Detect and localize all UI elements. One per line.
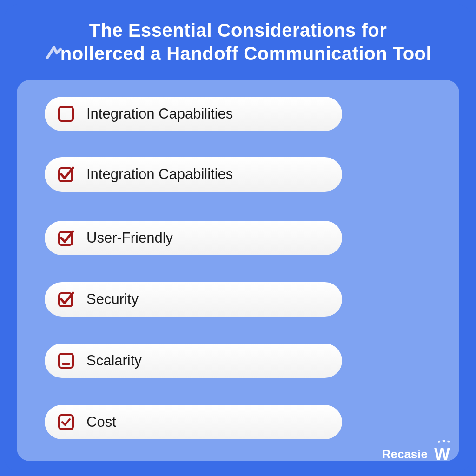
title-line-1: The Essential Considerations for xyxy=(89,20,387,40)
svg-rect-4 xyxy=(59,354,73,368)
svg-rect-6 xyxy=(59,415,73,429)
checklist-item: Integration Capabilities xyxy=(45,157,342,192)
checkbox-minus-icon[interactable] xyxy=(58,352,74,369)
title-decorative-icon xyxy=(45,44,63,62)
brand-footer: Recasie W xyxy=(382,444,450,464)
checklist-item-label: User-Friendly xyxy=(86,230,173,246)
checkbox-checked-icon[interactable] xyxy=(58,291,74,308)
brand-name: Recasie xyxy=(382,447,428,462)
checklist-item-label: Cost xyxy=(86,414,116,430)
page-title: The Essential Considerations for nollerc… xyxy=(4,4,472,74)
checkbox-checked-icon[interactable] xyxy=(58,414,74,430)
svg-rect-0 xyxy=(59,107,73,121)
title-line-2: nollerced a Handoff Communication Tool xyxy=(60,43,431,64)
svg-rect-5 xyxy=(62,363,70,365)
checklist-panel: Integration CapabilitiesIntegration Capa… xyxy=(17,80,459,461)
checkbox-empty-icon[interactable] xyxy=(58,106,74,122)
checklist-item: Scalarity xyxy=(45,344,342,378)
checklist-item: User-Friendly xyxy=(45,221,342,255)
outer-frame: The Essential Considerations for nollerc… xyxy=(4,4,472,472)
checkbox-checked-icon[interactable] xyxy=(58,230,74,246)
checklist-item: Security xyxy=(45,282,342,317)
checklist-item: Cost xyxy=(45,405,342,439)
checklist-item-label: Integration Capabilities xyxy=(86,166,233,183)
checklist-item-label: Security xyxy=(86,291,139,308)
checklist-item: Integration Capabilities xyxy=(45,97,342,131)
checkbox-checked-icon[interactable] xyxy=(58,166,74,183)
checklist-item-label: Scalarity xyxy=(86,352,142,369)
checklist-item-label: Integration Capabilities xyxy=(86,106,233,122)
brand-logo-icon: W xyxy=(434,444,450,464)
